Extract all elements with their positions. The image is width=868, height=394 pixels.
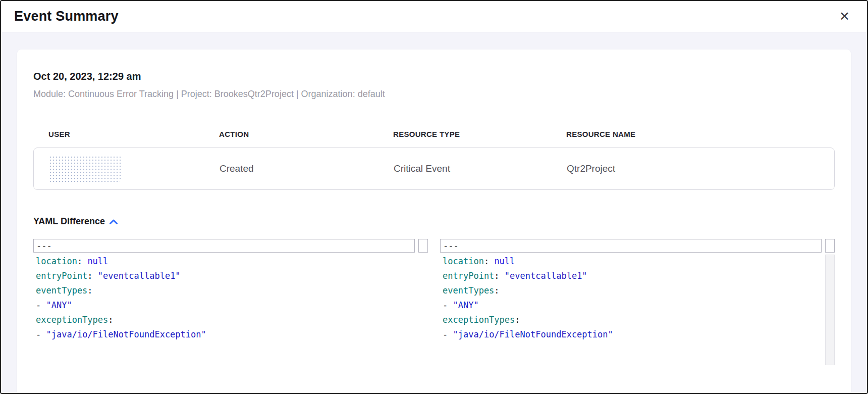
chevron-up-icon	[110, 219, 118, 224]
event-timestamp: Oct 20, 2023, 12:29 am	[33, 71, 835, 82]
yaml-diff-panels: ---location: nullentryPoint: "eventcalla…	[33, 239, 835, 365]
yaml-code-left[interactable]: ---location: nullentryPoint: "eventcalla…	[33, 239, 415, 342]
scrollbar-corner-left[interactable]	[418, 239, 428, 253]
yaml-difference-toggle[interactable]: YAML Difference	[33, 216, 118, 227]
column-header-action: ACTION	[219, 130, 393, 138]
event-card: Oct 20, 2023, 12:29 am Module: Continuou…	[17, 50, 851, 393]
resource-type-cell: Critical Event	[394, 163, 567, 174]
yaml-diff-panel-right: ---location: nullentryPoint: "eventcalla…	[440, 239, 835, 365]
table-row: Created Critical Event Qtr2Project	[33, 147, 835, 190]
close-icon: ✕	[839, 9, 850, 24]
column-header-user: USER	[48, 130, 219, 138]
action-cell: Created	[220, 163, 394, 174]
page-title: Event Summary	[14, 9, 119, 24]
yaml-difference-label: YAML Difference	[33, 216, 105, 227]
close-button[interactable]: ✕	[836, 8, 853, 25]
event-meta: Module: Continuous Error Tracking | Proj…	[33, 89, 835, 100]
column-header-resource-name: RESOURCE NAME	[566, 130, 820, 138]
scrollbar-corner-right[interactable]	[825, 239, 835, 253]
yaml-code-right[interactable]: ---location: nullentryPoint: "eventcalla…	[440, 239, 822, 342]
yaml-diff-panel-left: ---location: nullentryPoint: "eventcalla…	[33, 239, 428, 365]
event-summary-modal: Event Summary ✕ Oct 20, 2023, 12:29 am M…	[0, 0, 868, 394]
modal-header: Event Summary ✕	[1, 1, 867, 32]
resource-name-cell: Qtr2Project	[567, 163, 819, 174]
table-header-row: USER ACTION RESOURCE TYPE RESOURCE NAME	[33, 130, 835, 138]
modal-body: Oct 20, 2023, 12:29 am Module: Continuou…	[1, 32, 867, 393]
vertical-scrollbar[interactable]	[825, 255, 835, 365]
user-cell	[49, 156, 220, 182]
redacted-user-avatar	[49, 156, 121, 182]
column-header-resource-type: RESOURCE TYPE	[393, 130, 566, 138]
